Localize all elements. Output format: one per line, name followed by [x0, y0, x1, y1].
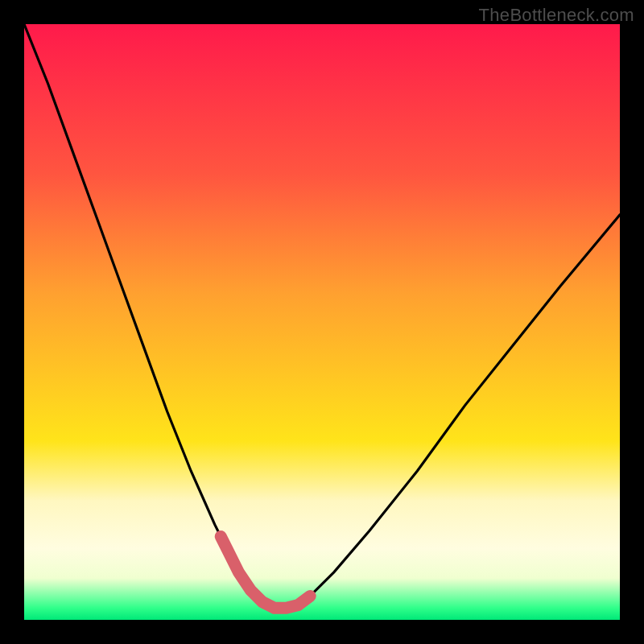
plot-area	[24, 24, 620, 620]
chart-frame: TheBottleneck.com	[0, 0, 644, 644]
watermark-text: TheBottleneck.com	[479, 5, 634, 26]
curve-line	[24, 24, 620, 608]
curve-basin-highlight	[221, 536, 310, 608]
bottleneck-curve	[24, 24, 620, 620]
